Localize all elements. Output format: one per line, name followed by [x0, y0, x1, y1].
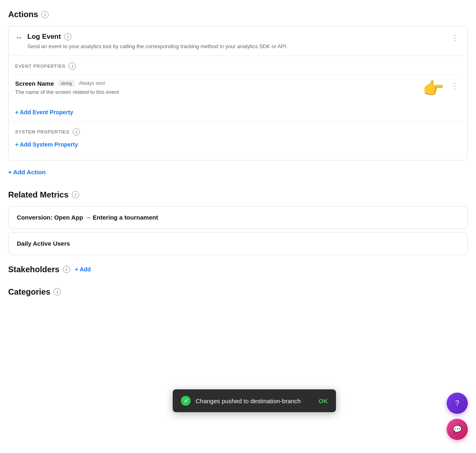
actions-title: Actions [8, 10, 38, 19]
action-header-content: Log Event i Send an event to your analyt… [27, 33, 444, 51]
categories-title-row: Categories i [8, 287, 468, 297]
related-metrics-header: Related Metrics i [8, 190, 468, 200]
actions-section-header: Actions i [8, 10, 468, 19]
action-card-header: ↔ Log Event i Send an event to your anal… [9, 26, 467, 56]
metric-card-1[interactable]: Daily Active Users [8, 232, 468, 255]
action-title-row: Log Event i [27, 33, 444, 41]
add-event-property-button[interactable]: + Add Event Property [15, 103, 73, 121]
add-stakeholder-button[interactable]: + Add [75, 266, 91, 273]
categories-title: Categories [8, 287, 50, 297]
action-menu-button[interactable]: ⋮ [449, 33, 461, 43]
stakeholders-row: Stakeholders i + Add [8, 265, 468, 274]
fab-container: ? 💬 [447, 393, 468, 440]
property-description: The name of the screen related to this e… [15, 89, 119, 95]
property-info: Screen Name string Always sent The name … [15, 80, 418, 95]
toast-notification: Changes pushed to destination-branch OK [173, 389, 336, 412]
related-metrics-section: Related Metrics i Conversion: Open App →… [8, 190, 468, 255]
add-system-property-button[interactable]: + Add System Property [15, 135, 78, 153]
log-event-card: ↔ Log Event i Send an event to your anal… [8, 26, 468, 160]
stakeholders-info-icon[interactable]: i [63, 266, 70, 273]
event-properties-label-row: EVENT PROPERTIES i [15, 62, 461, 70]
system-properties-info-icon[interactable]: i [73, 128, 80, 135]
event-properties-section: EVENT PROPERTIES i Screen Name string Al… [9, 56, 467, 121]
action-description: Send an event to your analytics tool by … [27, 43, 287, 49]
action-type-icon: ↔ [15, 33, 22, 42]
metric-card-title-1: Daily Active Users [17, 240, 70, 247]
toast-message: Changes pushed to destination-branch [196, 397, 314, 404]
add-action-button[interactable]: + Add Action [8, 164, 46, 180]
property-menu-button[interactable]: ⋮ [449, 80, 461, 92]
stakeholders-title: Stakeholders [8, 265, 60, 274]
property-type-badge: string [58, 80, 75, 87]
pointing-hand-emoji: 👉 [423, 78, 444, 98]
action-title-info-icon[interactable]: i [64, 33, 71, 40]
property-sent-badge: Always sent [79, 80, 105, 86]
system-properties-section: SYSTEM PROPERTIES i + Add System Propert… [9, 121, 467, 160]
screen-name-property-row: Screen Name string Always sent The name … [15, 75, 461, 103]
related-metrics-title: Related Metrics [8, 190, 69, 200]
event-properties-label: EVENT PROPERTIES [15, 64, 65, 69]
stakeholders-title-row: Stakeholders i [8, 265, 70, 274]
actions-info-icon[interactable]: i [41, 11, 49, 18]
system-properties-label: SYSTEM PROPERTIES [15, 129, 69, 134]
action-title: Log Event [27, 33, 61, 41]
toast-ok-button[interactable]: OK [319, 397, 328, 404]
metric-card-title-0: Conversion: Open App → Entering a tourna… [17, 214, 158, 221]
toast-check-icon [181, 396, 191, 406]
property-name-row: Screen Name string Always sent [15, 80, 418, 87]
help-fab-button[interactable]: ? [447, 393, 468, 414]
categories-info-icon[interactable]: i [53, 288, 61, 295]
system-properties-label-row: SYSTEM PROPERTIES i [15, 122, 461, 135]
metric-card-0[interactable]: Conversion: Open App → Entering a tourna… [8, 206, 468, 229]
related-metrics-info-icon[interactable]: i [72, 191, 79, 198]
question-mark-icon: ? [455, 399, 459, 408]
chat-fab-button[interactable]: 💬 [447, 419, 468, 440]
chat-icon: 💬 [453, 425, 462, 434]
property-name: Screen Name [15, 80, 54, 87]
event-properties-info-icon[interactable]: i [69, 62, 76, 70]
